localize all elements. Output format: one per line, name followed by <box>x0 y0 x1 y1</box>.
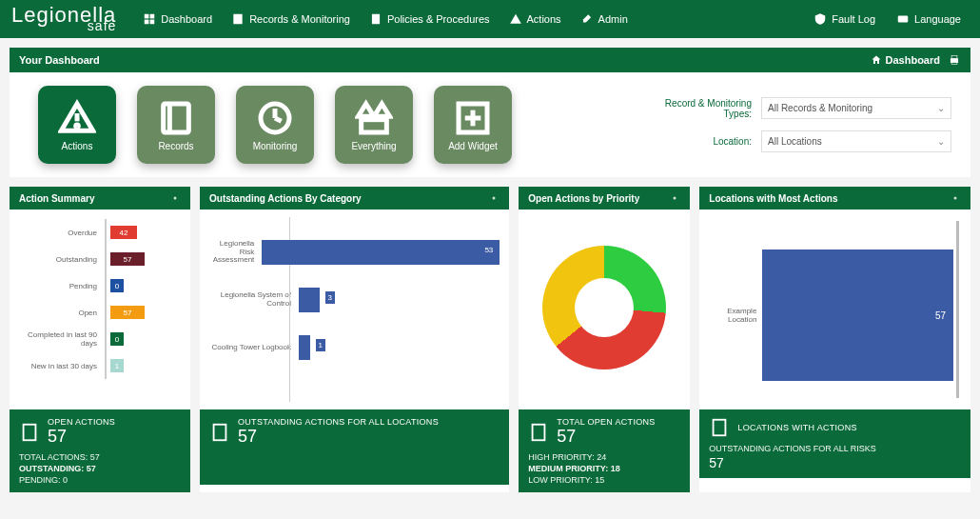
svg-rect-29 <box>214 424 226 440</box>
svg-rect-7 <box>372 14 380 25</box>
widget-title: Open Actions by Priority <box>528 193 639 204</box>
svg-point-28 <box>493 197 496 200</box>
nav-dashboard[interactable]: Dashboard <box>135 9 220 30</box>
stat-priority: TOTAL OPEN ACTIONS57 HIGH PRIORITY: 24 M… <box>519 409 690 492</box>
summary-row: Open57 <box>13 299 186 326</box>
svg-rect-31 <box>533 424 545 440</box>
stat-locations: LOCATIONS WITH ACTIONS OUTSTANDING ACTIO… <box>699 409 970 478</box>
svg-point-32 <box>954 197 957 200</box>
axis-line <box>956 221 959 398</box>
chart-action-summary: Overdue42Outstanding57Pending0Open57Comp… <box>10 210 190 409</box>
top-nav: Legionella safe Dashboard Records & Moni… <box>0 0 980 38</box>
tile-monitoring[interactable]: Monitoring <box>236 86 314 164</box>
print-icon[interactable] <box>948 53 961 67</box>
tile-everything[interactable]: Everything <box>335 86 413 164</box>
svg-rect-1 <box>150 14 155 19</box>
gear-icon[interactable] <box>669 192 680 204</box>
widget-title: Action Summary <box>19 193 94 204</box>
chart-priority <box>519 210 690 409</box>
nav-primary: Dashboard Records & Monitoring Policies … <box>135 9 635 30</box>
nav-fault-log[interactable]: Fault Log <box>806 9 883 30</box>
nav-right: Fault Log Language <box>806 9 969 30</box>
nav-language[interactable]: Language <box>889 9 969 30</box>
svg-rect-9 <box>898 16 909 23</box>
tile-row: Actions Records Monitoring Everything Ad… <box>19 86 512 164</box>
svg-rect-3 <box>150 20 155 25</box>
gear-icon[interactable] <box>950 192 961 204</box>
clock-icon <box>256 99 294 137</box>
svg-point-24 <box>174 197 177 200</box>
tile-records[interactable]: Records <box>137 86 215 164</box>
filter-type-label: Record & Monitoring Types: <box>637 98 752 119</box>
triangle-alert-icon <box>58 99 96 137</box>
building-icon <box>19 422 40 443</box>
category-row: Cooling Tower Logbook1 <box>209 324 500 371</box>
page-title: Your Dashboard <box>19 54 100 66</box>
book-icon <box>157 99 195 137</box>
widgets-row: Action Summary Overdue42Outstanding57Pen… <box>10 187 970 492</box>
dashboard-filters: Record & Monitoring Types: All Records &… <box>637 97 961 152</box>
bar-example-location: 57 <box>762 250 953 381</box>
nav-actions[interactable]: Actions <box>501 9 569 30</box>
svg-rect-0 <box>145 14 149 19</box>
summary-row: Outstanding57 <box>13 246 186 272</box>
widget-category: Outstanding Actions By Category Legionel… <box>200 187 509 492</box>
dashboard-header: Your Dashboard Dashboard <box>10 48 970 72</box>
widget-action-summary: Action Summary Overdue42Outstanding57Pen… <box>10 187 190 492</box>
chart-locations: Example Location 57 <box>699 210 970 409</box>
svg-rect-20 <box>362 119 387 131</box>
widget-locations: Locations with Most Actions Example Loca… <box>699 187 970 492</box>
bar-label: Example Location <box>709 307 762 324</box>
multi-triangle-icon <box>355 99 393 137</box>
filter-type-select[interactable]: All Records & Monitoring⌄ <box>761 97 951 119</box>
building-icon <box>209 422 230 443</box>
plus-icon <box>454 99 492 137</box>
nav-admin[interactable]: Admin <box>573 9 636 30</box>
brand-logo: Legionella safe <box>11 7 135 32</box>
nav-records[interactable]: Records & Monitoring <box>224 9 358 30</box>
svg-rect-2 <box>145 20 149 25</box>
category-row: Legionella Risk Assessment53 <box>209 229 500 276</box>
svg-rect-33 <box>714 420 726 436</box>
building-icon <box>709 417 730 438</box>
summary-row: Overdue42 <box>13 219 186 246</box>
tile-actions[interactable]: Actions <box>38 86 116 164</box>
summary-row: Completed in last 90 days0 <box>13 326 186 352</box>
widget-title: Outstanding Actions By Category <box>209 193 362 204</box>
chart-category: Legionella Risk Assessment53Legionella S… <box>200 210 509 409</box>
filter-location-label: Location: <box>637 136 752 147</box>
widget-priority: Open Actions by Priority TOTAL OPEN ACTI… <box>519 187 690 492</box>
gear-icon[interactable] <box>488 192 500 204</box>
summary-row: New in last 30 days1 <box>13 352 186 379</box>
svg-rect-15 <box>164 104 189 132</box>
chevron-down-icon: ⌄ <box>937 136 945 147</box>
svg-line-19 <box>275 118 282 121</box>
stat-open-actions: OPEN ACTIONS57 TOTAL ACTIONS: 57 OUTSTAN… <box>10 409 190 492</box>
dashboard-body: Actions Records Monitoring Everything Ad… <box>10 72 970 177</box>
svg-point-14 <box>76 125 79 128</box>
nav-policies[interactable]: Policies & Procedures <box>362 9 498 30</box>
building-icon <box>528 422 549 443</box>
chevron-down-icon: ⌄ <box>937 103 945 113</box>
filter-location-select[interactable]: All Locations⌄ <box>761 130 951 152</box>
widget-title: Locations with Most Actions <box>709 193 837 204</box>
svg-point-30 <box>674 197 676 200</box>
summary-row: Pending0 <box>13 272 186 299</box>
gear-icon[interactable] <box>169 192 181 204</box>
svg-rect-11 <box>951 55 957 58</box>
category-row: Legionella System of Control3 <box>209 276 500 324</box>
tile-add-widget[interactable]: Add Widget <box>434 86 512 164</box>
breadcrumb-home-icon[interactable]: Dashboard <box>871 54 940 66</box>
svg-rect-25 <box>24 424 36 440</box>
stat-outstanding: OUTSTANDING ACTIONS FOR ALL LOCATIONS57 <box>200 409 509 485</box>
donut-chart <box>542 246 666 369</box>
